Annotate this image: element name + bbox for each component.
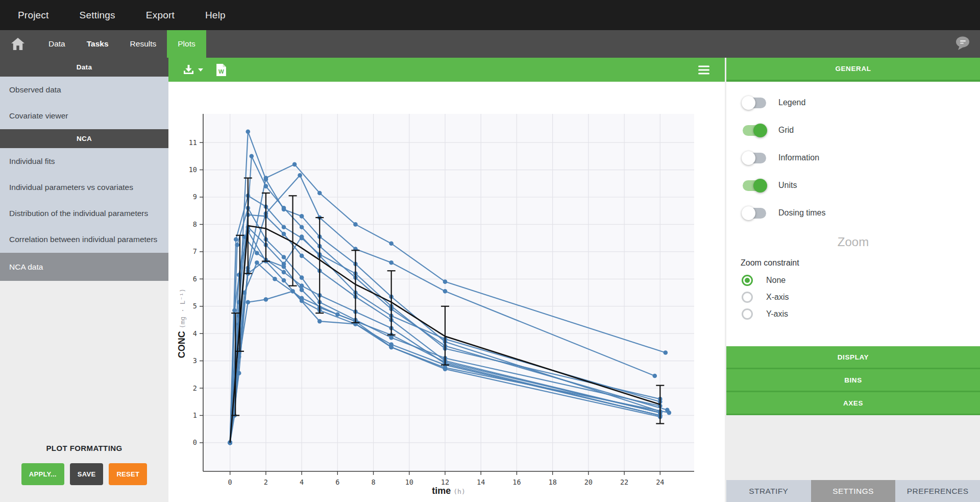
zoom-constraint-none-radio[interactable] [742,275,753,286]
plot-card: W 02468101214161820222401234567891011tim… [168,58,725,502]
svg-text:0: 0 [193,438,197,446]
svg-text:4: 4 [300,478,304,486]
zoom-constraint-none-option[interactable]: None [726,272,980,289]
menu-bar: Project Settings Export Help [0,0,980,30]
plot-toolbar: W [168,58,725,82]
sidebar-list-nca: Individual fits Individual parameters vs… [0,148,168,281]
zoom-constraint-none-label: None [766,276,786,285]
zoom-constraint-yaxis-radio[interactable] [742,308,753,320]
svg-text:2: 2 [193,384,197,392]
svg-text:5: 5 [193,302,197,310]
axes-accordion[interactable]: AXES [726,392,980,415]
tab-tasks[interactable]: Tasks [76,30,119,58]
svg-text:W: W [218,68,224,74]
svg-text:8: 8 [371,478,375,486]
sidebar-section-nca: NCA [0,129,168,148]
home-icon[interactable] [11,30,24,58]
sidebar-item-observed-data[interactable]: Observed data [0,77,168,103]
dosing-times-toggle[interactable] [743,208,766,219]
svg-text:24: 24 [656,478,664,486]
grid-toggle-label: Grid [778,126,794,135]
tab-results[interactable]: Results [119,30,167,58]
zoom-constraint-xaxis-label: X-axis [766,293,789,302]
sidebar-item-nca-data[interactable]: NCA data [0,253,168,281]
display-accordion[interactable]: DISPLAY [726,346,980,369]
general-header[interactable]: GENERAL [726,58,980,82]
sidebar-item-correlation-params[interactable]: Correlation between individual parameter… [0,226,168,252]
settings-panel: GENERAL Legend Grid Information Units Do… [726,58,980,502]
svg-text:14: 14 [477,478,485,486]
tab-settings[interactable]: SETTINGS [811,480,896,502]
sidebar-list-data: Observed data Covariate viewer [0,77,168,129]
panel-bottom-tabs: STRATIFY SETTINGS PREFERENCES [726,480,980,502]
svg-text:3: 3 [193,356,197,365]
svg-text:12: 12 [441,478,449,486]
svg-text:2: 2 [264,478,268,486]
legend-toggle[interactable] [743,98,766,108]
information-toggle-label: Information [778,153,819,162]
sidebar-item-indiv-params-vs-cov[interactable]: Individual parameters vs covariates [0,174,168,200]
sidebar-item-individual-fits[interactable]: Individual fits [0,148,168,174]
panel-filler [726,415,980,480]
zoom-constraint-yaxis-label: Y-axis [766,309,788,319]
svg-text:time (h): time (h) [432,486,465,496]
word-export-icon[interactable]: W [216,64,226,76]
svg-text:8: 8 [193,220,197,228]
svg-text:7: 7 [193,247,197,255]
menu-item-help[interactable]: Help [205,10,226,21]
zoom-section-title: Zoom [726,235,980,249]
sidebar-item-distribution-params[interactable]: Distribution of the individual parameter… [0,200,168,226]
zoom-constraint-yaxis-option[interactable]: Y-axis [726,305,980,322]
svg-text:18: 18 [549,478,557,486]
svg-text:20: 20 [584,478,593,486]
units-toggle-label: Units [778,181,797,190]
svg-text:10: 10 [405,478,413,486]
sidebar: Data Observed data Covariate viewer NCA … [0,58,168,502]
svg-text:CONC (mg · L⁻¹): CONC (mg · L⁻¹) [177,289,187,358]
general-body: Legend Grid Information Units Dosing tim… [726,82,980,346]
nca-data-chart[interactable]: 02468101214161820222401234567891011time … [168,82,725,502]
tab-plots[interactable]: Plots [167,30,206,58]
svg-text:0: 0 [228,478,232,486]
information-toggle[interactable] [743,153,766,163]
content-area: Data Observed data Covariate viewer NCA … [0,58,980,502]
svg-text:11: 11 [189,138,197,147]
dosing-times-toggle-label: Dosing times [778,208,825,218]
tab-preferences[interactable]: PREFERENCES [895,480,980,502]
reset-button[interactable]: RESET [109,463,147,485]
chat-icon[interactable] [954,35,972,53]
svg-text:16: 16 [512,478,521,486]
legend-toggle-label: Legend [778,98,805,107]
caret-down-icon [198,68,203,71]
main-nav: Data Tasks Results Plots [0,30,980,58]
save-button[interactable]: SAVE [70,463,104,485]
sidebar-section-data: Data [0,58,168,77]
tab-data[interactable]: Data [38,30,76,58]
svg-text:6: 6 [193,275,197,283]
plot-formatting-section: PLOT FORMATTING APPLY... SAVE RESET [0,444,168,485]
bins-accordion[interactable]: BINS [726,369,980,392]
zoom-constraint-label: Zoom constraint [726,258,980,268]
svg-text:10: 10 [189,165,197,174]
tab-stratify[interactable]: STRATIFY [726,480,811,502]
grid-toggle[interactable] [743,125,766,136]
zoom-constraint-xaxis-option[interactable]: X-axis [726,289,980,305]
svg-text:22: 22 [620,478,628,486]
units-toggle[interactable] [743,180,766,191]
svg-text:4: 4 [193,329,197,338]
svg-text:1: 1 [193,411,197,419]
sidebar-item-covariate-viewer[interactable]: Covariate viewer [0,103,168,129]
menu-item-settings[interactable]: Settings [80,10,115,21]
svg-text:9: 9 [193,193,197,201]
plot-formatting-title: PLOT FORMATTING [0,444,168,452]
download-icon[interactable] [183,65,203,75]
svg-text:6: 6 [335,478,339,486]
menu-item-project[interactable]: Project [18,10,49,21]
menu-item-export[interactable]: Export [146,10,175,21]
zoom-constraint-xaxis-radio[interactable] [742,292,753,303]
apply-button[interactable]: APPLY... [21,463,64,485]
menu-icon[interactable] [698,63,709,76]
